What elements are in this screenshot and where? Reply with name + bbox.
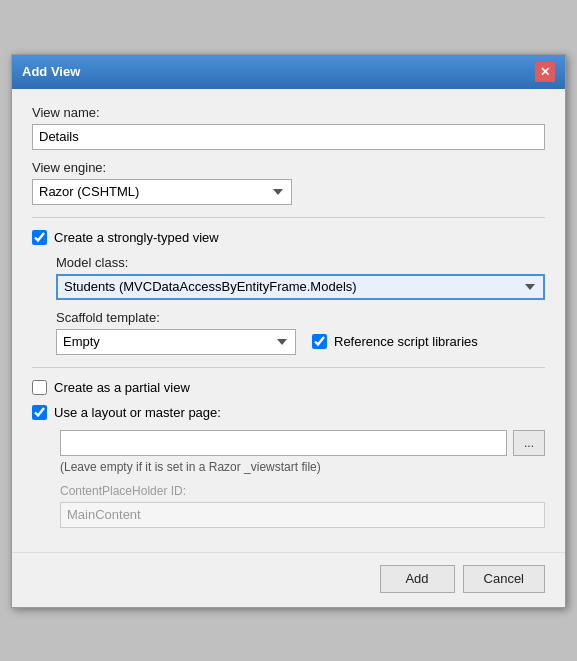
divider-2: [32, 367, 545, 368]
scaffold-template-label: Scaffold template:: [56, 310, 545, 325]
title-bar: Add View ✕: [12, 55, 565, 89]
layout-label: Use a layout or master page:: [54, 405, 221, 420]
model-class-label: Model class:: [56, 255, 545, 270]
view-engine-select[interactable]: Razor (CSHTML) ASPX: [32, 179, 292, 205]
strongly-typed-label: Create a strongly-typed view: [54, 230, 219, 245]
layout-hint: (Leave empty if it is set in a Razor _vi…: [60, 460, 545, 474]
dialog-body: View name: View engine: Razor (CSHTML) A…: [12, 89, 565, 552]
view-name-input[interactable]: [32, 124, 545, 150]
view-engine-label: View engine:: [32, 160, 545, 175]
view-engine-group: View engine: Razor (CSHTML) ASPX: [32, 160, 545, 205]
divider-1: [32, 217, 545, 218]
model-class-select[interactable]: Students (MVCDataAccessByEntityFrame.Mod…: [56, 274, 545, 300]
dialog-title: Add View: [22, 64, 80, 79]
view-name-label: View name:: [32, 105, 545, 120]
browse-button[interactable]: ...: [513, 430, 545, 456]
reference-scripts-label: Reference script libraries: [334, 334, 478, 349]
cancel-button[interactable]: Cancel: [463, 565, 545, 593]
placeholder-id-label: ContentPlaceHolder ID:: [60, 484, 545, 498]
layout-row: Use a layout or master page:: [32, 405, 545, 420]
scaffold-row: Empty Create Delete Details Edit List Re…: [56, 329, 545, 355]
scaffold-template-group: Scaffold template: Empty Create Delete D…: [56, 310, 545, 355]
strongly-typed-checkbox[interactable]: [32, 230, 47, 245]
model-class-group: Model class: Students (MVCDataAccessByEn…: [56, 255, 545, 300]
layout-section: ... (Leave empty if it is set in a Razor…: [32, 430, 545, 528]
button-bar: Add Cancel: [12, 552, 565, 607]
close-button[interactable]: ✕: [535, 62, 555, 82]
add-view-dialog: Add View ✕ View name: View engine: Razor…: [11, 54, 566, 608]
layout-input-row: ...: [60, 430, 545, 456]
add-button[interactable]: Add: [380, 565, 455, 593]
strongly-typed-row: Create a strongly-typed view: [32, 230, 545, 245]
view-name-group: View name:: [32, 105, 545, 150]
scaffold-select[interactable]: Empty Create Delete Details Edit List: [56, 329, 296, 355]
reference-scripts-row: Reference script libraries: [312, 334, 478, 349]
partial-view-row: Create as a partial view: [32, 380, 545, 395]
model-class-section: Model class: Students (MVCDataAccessByEn…: [32, 255, 545, 355]
partial-view-checkbox[interactable]: [32, 380, 47, 395]
placeholder-id-value: MainContent: [60, 502, 545, 528]
reference-scripts-checkbox[interactable]: [312, 334, 327, 349]
layout-checkbox[interactable]: [32, 405, 47, 420]
partial-view-label: Create as a partial view: [54, 380, 190, 395]
layout-path-input[interactable]: [60, 430, 507, 456]
